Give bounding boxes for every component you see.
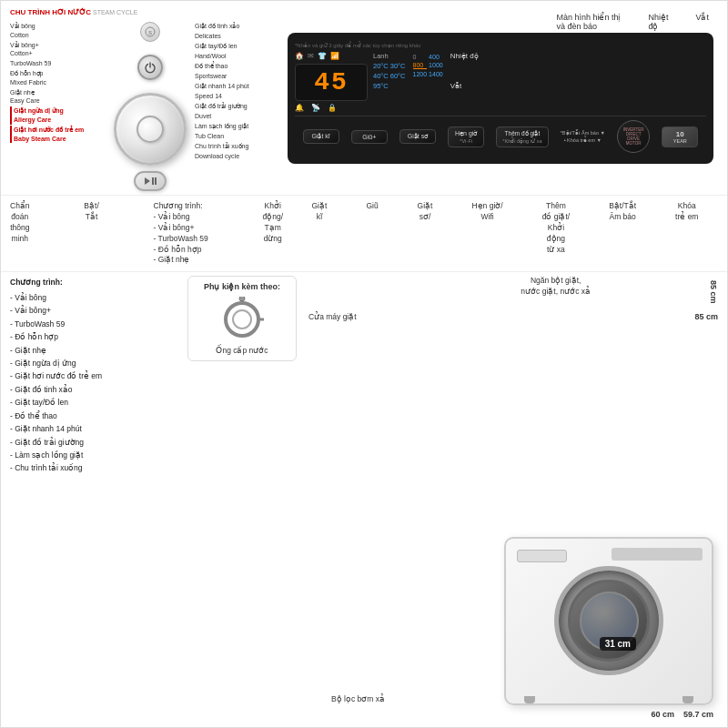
prog-item-7: - Giặt hơi nước đồ trẻ em [10, 369, 178, 382]
prog-mixed: Đồ hỗn hợpMixed Fabric [10, 69, 110, 87]
program-list-right: Giặt đồ tinh xảoDelicates Giặt tay/Đồ le… [190, 22, 281, 191]
display-unit: *Nhấn và giữ 3 giây để mở các tùy chọn r… [288, 33, 713, 164]
speed-400[interactable]: 400 [429, 54, 443, 60]
smart-diagnosis-button[interactable]: S [140, 22, 160, 42]
time-display: 45 [295, 64, 368, 101]
label-khoi-dong: Khởiđộng/Tạmdừng [262, 201, 283, 266]
lock-icon: 🔒 [328, 104, 337, 112]
svg-point-8 [239, 297, 245, 301]
prog-turbowash: TurboWash 59 [10, 59, 110, 68]
right-label-vat: Vắt [450, 82, 479, 90]
power-button[interactable] [137, 55, 163, 80]
tshirt-icon: 👕 [318, 52, 327, 60]
giat-so-button[interactable]: Giặt sơ [399, 129, 436, 144]
svg-marker-2 [145, 177, 150, 185]
hen-gio-button[interactable]: Hẹn giờ *Vì-Fi [448, 126, 484, 147]
giu-button[interactable]: Giũ+ [351, 130, 388, 144]
steam-cycle-label: CHU TRÌNH HƠI NƯỚC [10, 8, 91, 16]
them-do-label: Thêm đồ giặt [502, 130, 541, 137]
wm-control [612, 548, 703, 561]
prog-item-14: - Chu trình tải xuống [10, 461, 178, 474]
steam-cycle-en: STEAM CYCLE [93, 9, 137, 15]
temp-95[interactable]: 95°C [373, 82, 389, 90]
label-giu: Giũ [366, 201, 378, 266]
wm-body [504, 537, 713, 705]
wm-foot-left [524, 696, 535, 703]
hose-label: Ống cấp nước [216, 346, 268, 355]
prog-item-3: - TurboWash 59 [10, 318, 178, 330]
prog-sport: Đồ thể thaoSportswear [195, 62, 281, 81]
prog-handwool: Giặt tay/Đồ lenHand/Wool [195, 42, 281, 61]
temp-note: *Nhấn và giữ 3 giây để mở các tùy chọn r… [295, 42, 706, 48]
speed-0[interactable]: 0 [413, 54, 428, 60]
depth-label: 59.7 cm [683, 710, 713, 719]
temp-40[interactable]: 40°C [373, 72, 389, 80]
svg-rect-3 [152, 177, 154, 185]
feature-program-list: Chương trình: - Vải bông - Vải bông+ - T… [10, 276, 178, 723]
prog-item-10: - Đồ thể thao [10, 410, 178, 422]
prog-item-11: - Giặt nhanh 14 phút [10, 422, 178, 435]
size-door-badge: 31 cm [600, 637, 636, 651]
temp-60[interactable]: 60°C [390, 72, 406, 80]
direct-drive-label: DIRECTDRIVEMOTOR [626, 132, 642, 146]
temp-30[interactable]: 30°C [390, 62, 406, 70]
prog-item-13: - Làm sạch lồng giặt [10, 449, 178, 461]
prog-allergy: Giặt ngừa dị ứngAllergy Care [10, 106, 110, 125]
giat-ki-button[interactable]: Giặt kĩ [303, 129, 339, 144]
accessories-box: Phụ kiện kèm theo: Ống cấp nước [187, 276, 297, 361]
prog-cotton-plus: Vải bông+Cotton+ [10, 41, 110, 59]
prog-download: Chu trình tải xuốngDownload cycle [195, 142, 281, 161]
wm-feet [524, 696, 693, 703]
prog-item-2: - Vải bông+ [10, 304, 178, 317]
svg-point-5 [226, 303, 258, 336]
khoa-note: • Khóa trẻ em ▼ [564, 137, 602, 143]
prog-item-5: - Giặt nhẹ [10, 344, 178, 357]
prog-baby-steam: Giặt hơi nước đồ trẻ emBaby Steam Care [10, 126, 110, 144]
width-label: 60 cm [651, 710, 674, 719]
ten-button[interactable]: 10 YEAR [662, 126, 698, 147]
dial-inner [136, 116, 164, 143]
height-label: 85 cm [709, 280, 718, 304]
prog-duvet: Giặt đồ trải giườngDuvet [195, 102, 281, 121]
temp-20[interactable]: 20°C [373, 62, 389, 70]
wifi-status-icon: 📡 [311, 104, 320, 112]
feature-program-title: Chương trình: [10, 276, 178, 288]
display-label-man-hinh: Màn hình hiển thịvà đèn báo [556, 13, 621, 31]
svg-point-6 [233, 310, 251, 329]
right-label-nhiet-do: Nhiệt độ [450, 52, 479, 60]
display-label-nhiet-do: Nhiệtđộ [648, 13, 668, 31]
prog-item-6: - Giặt ngừa dị ứng [10, 357, 178, 369]
prog-gentle: Giặt nhẹEasy Care [10, 88, 110, 106]
right-panel: Màn hình hiển thịvà đèn báo Nhiệtđộ Vắt … [283, 8, 718, 191]
pump-label: Bộ lọc bơm xả [331, 694, 385, 703]
door-label: Cửa máy giặt [308, 312, 357, 323]
speed-800[interactable]: 800 [413, 62, 428, 69]
speed-1000[interactable]: 1000 [429, 62, 443, 69]
control-panel: CHU TRÌNH HƠI NƯỚC STEAM CYCLE Vải bôngC… [1, 1, 727, 196]
wm-door-outer [554, 566, 663, 675]
wifi-icon: 📶 [330, 52, 339, 60]
speed-1200[interactable]: 1200 [413, 71, 428, 77]
prog-delicates: Giặt đồ tinh xảoDelicates [195, 22, 281, 41]
direct-drive-badge: INVERTER DIRECTDRIVEMOTOR [617, 120, 650, 153]
icon-row: 🏠 ✉ 👕 📶 [295, 52, 368, 60]
button-row: Giặt kĩ Giũ+ Giặt sơ Hẹn giờ *Vì-Fi Thêm… [295, 116, 706, 157]
label-giat-so: Giặtsơ/ [418, 201, 433, 266]
prog-item-9: - Giặt tay/Đồ len [10, 396, 178, 409]
play-pause-button[interactable] [134, 171, 167, 191]
program-dial[interactable] [114, 93, 187, 166]
left-panel: CHU TRÌNH HƠI NƯỚC STEAM CYCLE Vải bôngC… [10, 8, 283, 191]
label-khoa-tre-em: Khóatrẻ em [675, 201, 698, 266]
temp-speed-grid: Lanh 20°C 30°C 40°C 60°C 95°C [373, 52, 479, 112]
speed-1400[interactable]: 1400 [429, 71, 443, 77]
wm-foot-right [682, 696, 693, 703]
ten-number: 10 [668, 130, 692, 138]
bottom-dims: 60 cm 59.7 cm [651, 710, 713, 719]
wm-drawer [517, 550, 567, 562]
machine-diagram: Ngăn bột giặt,nước giặt, nước xả Cửa máy… [304, 276, 718, 723]
prog-cotton: Vải bôngCotton [10, 22, 110, 40]
them-do-button[interactable]: Thêm đồ giặt *Khởi động từ xa [496, 126, 548, 147]
svg-text:S: S [148, 30, 152, 35]
prog-speed14: Giặt nhanh 14 phútSpeed 14 [195, 82, 281, 101]
prog-item-4: - Đồ hỗn hợp [10, 330, 178, 343]
